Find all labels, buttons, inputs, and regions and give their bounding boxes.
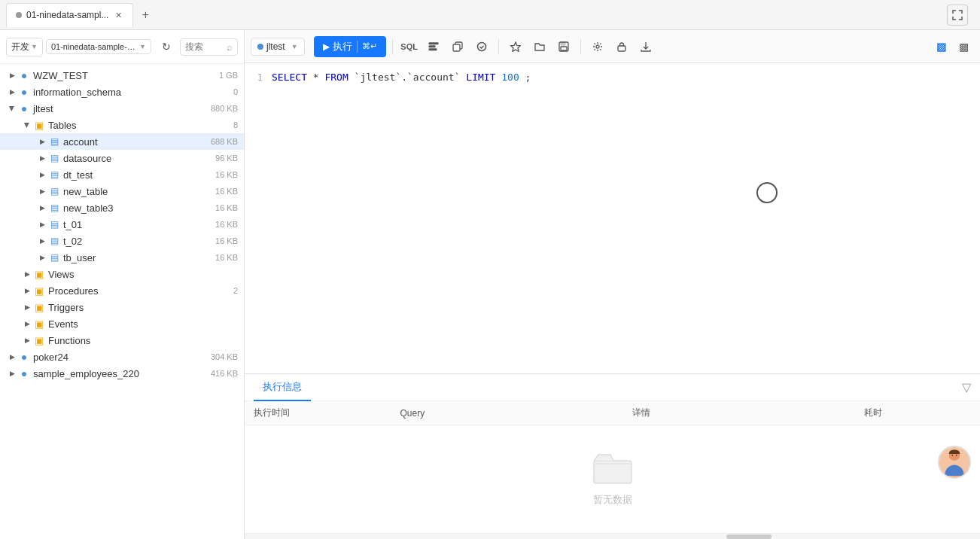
avatar-button[interactable] (938, 446, 971, 479)
tab-add-button[interactable]: + (136, 6, 154, 24)
empty-folder-icon (593, 452, 632, 487)
table-icon-dt-test: ▤ (48, 169, 60, 181)
db-selector[interactable]: jltest ▼ (251, 38, 305, 56)
save-button[interactable] (553, 36, 574, 57)
sidebar-item-dt-test[interactable]: ▶ ▤ dt_test 16 KB (0, 166, 244, 183)
sidebar-item-sample-employees[interactable]: ▶ ● sample_employees_220 416 KB (0, 365, 244, 382)
filter-icon[interactable]: ▽ (962, 380, 971, 394)
sidebar-item-datasource[interactable]: ▶ ▤ datasource 96 KB (0, 150, 244, 166)
copy-button[interactable] (447, 36, 468, 57)
tree-arrow-t02: ▶ (36, 235, 48, 247)
sidebar-item-wzw-test[interactable]: ▶ ● WZW_TEST 1 GB (0, 67, 244, 84)
line-number-1: 1 (245, 69, 272, 86)
main-layout: 开发 ▼ 01-ninedata-sample-data... ▼ ↻ ⌕ ▶ … (0, 30, 980, 539)
toolbar-separator1 (392, 39, 393, 54)
check-button[interactable] (471, 36, 492, 57)
folder-label-views: Views (48, 269, 238, 280)
sidebar-item-tb-user[interactable]: ▶ ▤ tb_user 16 KB (0, 249, 244, 266)
toolbar-separator2 (498, 39, 499, 54)
db-selector-dot (257, 44, 263, 50)
code-line-1: 1 SELECT * FROM `jltest`.`account` LIMIT… (245, 69, 980, 86)
sidebar-item-new-table3[interactable]: ▶ ▤ new_table3 16 KB (0, 199, 244, 216)
table-icon-tb-user: ▤ (48, 251, 60, 263)
run-button[interactable]: ▶ 执行 ⌘↵ (314, 36, 386, 57)
tree-arrow-jltest: ▶ (6, 102, 18, 114)
table-icon-new-table: ▤ (48, 185, 60, 197)
sidebar-item-functions[interactable]: ▶ ▣ Functions (0, 332, 244, 349)
download-button[interactable] (635, 36, 656, 57)
folder-label-procedures: Procedures (48, 285, 230, 297)
chevron-down-icon: ▼ (31, 43, 38, 50)
table-label-account: account (63, 136, 205, 148)
tree-container: ▶ ● WZW_TEST 1 GB ▶ ● information_schema… (0, 64, 244, 539)
db-size-poker24: 304 KB (211, 352, 238, 361)
sidebar-item-triggers[interactable]: ▶ ▣ Triggers (0, 299, 244, 315)
view-mode-button[interactable]: 开发 ▼ (6, 38, 43, 56)
fullscreen-button[interactable] (947, 5, 968, 26)
run-shortcut-label: ⌘↵ (362, 41, 377, 51)
sidebar-item-t01[interactable]: ▶ ▤ t_01 16 KB (0, 216, 244, 233)
table-icon-t01: ▤ (48, 218, 60, 230)
table-size-datasource: 96 KB (215, 154, 238, 163)
search-input[interactable] (185, 41, 227, 52)
sql-mode-button[interactable]: SQL (399, 36, 420, 57)
tree-arrow-info: ▶ (6, 86, 18, 98)
collapse-icon[interactable]: ▩ (953, 36, 974, 57)
code-semi: ; (525, 72, 531, 83)
refresh-button[interactable]: ↻ (156, 36, 177, 57)
settings-button[interactable] (587, 36, 608, 57)
sidebar-item-events[interactable]: ▶ ▣ Events (0, 315, 244, 332)
svg-rect-0 (429, 43, 438, 44)
table-label-tb-user: tb_user (63, 252, 209, 263)
db-size-sample-employees: 416 KB (211, 369, 238, 378)
svg-rect-4 (453, 44, 460, 51)
col-header-query: Query (391, 408, 623, 419)
tab-bar: 01-ninedata-sampl... ✕ + (0, 0, 980, 30)
sidebar-item-t02[interactable]: ▶ ▤ t_02 16 KB (0, 233, 244, 249)
sidebar-item-new-table[interactable]: ▶ ▤ new_table 16 KB (0, 183, 244, 199)
bottom-tabs: 执行信息 ▽ (245, 374, 980, 401)
tab-item[interactable]: 01-ninedata-sampl... ✕ (6, 3, 133, 27)
db-icon-sample-employees: ● (18, 367, 30, 379)
sidebar-item-views[interactable]: ▶ ▣ Views (0, 266, 244, 282)
tab-close-button[interactable]: ✕ (113, 10, 123, 20)
tree-arrow-wzw-test: ▶ (6, 69, 18, 81)
results-body: 暂无数据 (245, 425, 980, 533)
run-label: 执行 (333, 40, 352, 53)
sidebar-item-jltest[interactable]: ▶ ● jltest 880 KB (0, 100, 244, 117)
format-button[interactable] (423, 36, 444, 57)
folder-button[interactable] (529, 36, 550, 57)
sidebar-item-poker24[interactable]: ▶ ● poker24 304 KB (0, 349, 244, 365)
tab-title: 01-ninedata-sampl... (26, 10, 108, 20)
folder-icon-triggers: ▣ (33, 301, 45, 313)
bottom-scrollbar[interactable] (245, 533, 980, 539)
tree-arrow-new-table3: ▶ (36, 202, 48, 214)
star-button[interactable] (505, 36, 526, 57)
code-content-1: SELECT * FROM `jltest`.`account` LIMIT 1… (272, 69, 980, 86)
tab-execution-info[interactable]: 执行信息 (254, 374, 311, 401)
svg-point-15 (951, 455, 953, 456)
sidebar-item-information-schema[interactable]: ▶ ● information_schema 0 (0, 84, 244, 100)
results-header: 执行时间 Query 详情 耗时 (245, 401, 980, 425)
lock-button[interactable] (611, 36, 632, 57)
svg-point-16 (956, 455, 957, 456)
sidebar-item-tables[interactable]: ▶ ▣ Tables 8 (0, 117, 244, 133)
sidebar-item-account[interactable]: ▶ ▤ account 688 KB (0, 133, 244, 150)
db-size-wzw-test: 1 GB (219, 71, 238, 80)
search-icon[interactable]: ⌕ (227, 41, 233, 53)
folder-label-functions: Functions (48, 335, 238, 346)
db-label-info: information_schema (33, 87, 227, 98)
tree-arrow-triggers: ▶ (21, 301, 33, 313)
svg-point-5 (477, 42, 485, 50)
expand-icon[interactable]: ▨ (930, 36, 951, 57)
db-name-button[interactable]: 01-ninedata-sample-data... ▼ (46, 39, 151, 54)
code-editor[interactable]: 1 SELECT * FROM `jltest`.`account` LIMIT… (245, 63, 980, 373)
run-icon: ▶ (323, 41, 330, 52)
editor-toolbar: jltest ▼ ▶ 执行 ⌘↵ SQL (245, 30, 980, 63)
table-icon-t02: ▤ (48, 235, 60, 247)
scrollbar-thumb[interactable] (726, 534, 772, 539)
tree-arrow-poker24: ▶ (6, 351, 18, 363)
sidebar-item-procedures[interactable]: ▶ ▣ Procedures 2 (0, 282, 244, 299)
folder-icon-events: ▣ (33, 318, 45, 330)
code-limit-num: 100 (501, 72, 519, 83)
